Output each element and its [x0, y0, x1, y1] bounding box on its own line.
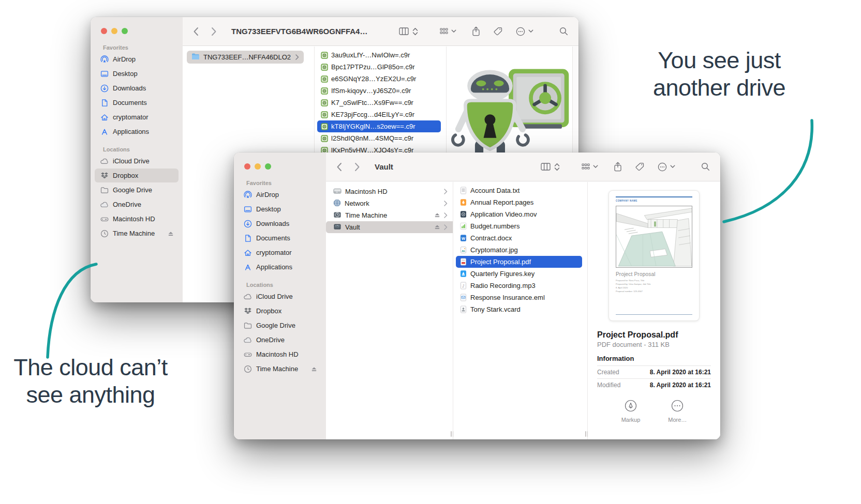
eject-icon[interactable]	[434, 211, 440, 219]
share-icon[interactable]	[472, 26, 480, 36]
file-name: Account Data.txt	[470, 187, 519, 194]
device-row-macintosh-hd[interactable]: Macintosh HD	[326, 186, 453, 197]
sidebar-item-macintosh-hd[interactable]: Macintosh HD	[238, 347, 322, 361]
encrypted-file-row[interactable]: l2ShdIQ8nM…4SMQ==.c9r	[317, 132, 441, 144]
folder-item[interactable]: TNG733EEF…NFFA46DLO2	[187, 51, 304, 64]
search-icon[interactable]	[559, 27, 568, 36]
pdf-file-icon	[459, 258, 467, 266]
encrypted-file-row[interactable]: Bpc17PTPzu…GlP85o=.c9r	[317, 61, 441, 73]
sort-chevrons-icon[interactable]	[412, 27, 418, 36]
sidebar-item-time-machine[interactable]: Time Machine	[95, 226, 179, 240]
vault-file-row[interactable]: Response Insurance.eml	[456, 292, 582, 303]
device-row-time-machine[interactable]: Time Machine	[326, 209, 453, 221]
sidebar-item-label: Google Drive	[113, 186, 152, 194]
sidebar-item-documents[interactable]: Documents	[95, 96, 179, 110]
chevron-down-icon[interactable]	[528, 29, 533, 33]
share-icon[interactable]	[614, 162, 622, 172]
sidebar-item-airdrop[interactable]: AirDrop	[95, 52, 179, 66]
minimize-button[interactable]	[111, 28, 117, 34]
more-icon[interactable]	[516, 27, 525, 36]
sidebar-item-cryptomator[interactable]: cryptomator	[95, 110, 179, 124]
more-icon[interactable]	[658, 162, 667, 172]
encrypted-file-row[interactable]: 3au9uxLfY-…NwIOlw=.c9r	[317, 49, 441, 61]
view-columns-icon[interactable]	[399, 27, 409, 35]
column-resize-handle[interactable]	[451, 431, 455, 437]
vault-file-row[interactable]: WContract.docx	[456, 232, 582, 244]
tag-icon[interactable]	[494, 27, 502, 36]
sidebar-item-desktop[interactable]: Desktop	[238, 202, 322, 216]
chevron-down-icon[interactable]	[670, 165, 675, 169]
eject-icon[interactable]	[434, 223, 440, 231]
sidebar-item-time-machine[interactable]: Time Machine	[238, 362, 322, 376]
encrypted-file-row[interactable]: K7_oSwlFtc…Xs9Fw==.c9r	[317, 97, 441, 109]
sidebar-item-google-drive[interactable]: Google Drive	[95, 183, 179, 197]
key-file-icon	[459, 270, 467, 278]
sort-chevrons-icon[interactable]	[554, 163, 560, 171]
sidebar-item-icloud-drive[interactable]: iCloud Drive	[95, 154, 179, 168]
group-view-icon[interactable]	[440, 28, 448, 35]
sidebar-item-cryptomator[interactable]: cryptomator	[238, 246, 322, 259]
vault-file-row[interactable]: ♪Radio Recording.mp3	[456, 280, 582, 292]
forward-button[interactable]	[211, 27, 217, 36]
device-row-vault[interactable]: Vault	[326, 221, 453, 233]
file-name: 3au9uxLfY-…NwIOlw=.c9r	[331, 51, 410, 59]
file-name: Budget.numbers	[470, 222, 519, 230]
zoom-button[interactable]	[265, 163, 271, 170]
close-button[interactable]	[244, 163, 250, 170]
file-name: Radio Recording.mp3	[470, 282, 536, 289]
view-columns-icon[interactable]	[541, 163, 551, 171]
file-name: l2ShdIQ8nM…4SMQ==.c9r	[331, 134, 413, 142]
txt-file-icon	[459, 187, 467, 194]
vault-file-row[interactable]: Quarterly Figures.key	[456, 268, 582, 280]
back-button[interactable]	[336, 162, 342, 172]
sidebar-item-applications[interactable]: Applications	[95, 125, 179, 139]
sidebar-item-applications[interactable]: Applications	[238, 260, 322, 274]
sidebar-item-icloud-drive[interactable]: iCloud Drive	[238, 289, 322, 303]
search-icon[interactable]	[701, 162, 710, 171]
created-row: Created 8. April 2020 at 16:21	[597, 365, 711, 378]
forward-button[interactable]	[354, 162, 360, 172]
vault-file-row[interactable]: Cryptomator.jpg	[456, 244, 582, 256]
sidebar-item-dropbox[interactable]: Dropbox	[95, 169, 179, 182]
column-devices: Macintosh HDNetworkTime MachineVault	[326, 182, 453, 439]
svg-text:♪: ♪	[462, 284, 465, 288]
numbers-file-icon	[459, 222, 467, 230]
close-button[interactable]	[101, 28, 107, 34]
vault-file-row[interactable]: Tony Stark.vcard	[456, 303, 582, 315]
tag-icon[interactable]	[635, 162, 644, 171]
onedrive-icon	[99, 201, 109, 209]
sidebar-item-airdrop[interactable]: AirDrop	[238, 188, 322, 202]
sidebar-item-downloads[interactable]: Downloads	[95, 81, 179, 95]
more-button[interactable]: More…	[668, 400, 687, 423]
sidebar-item-downloads[interactable]: Downloads	[238, 217, 322, 231]
sidebar-item-desktop[interactable]: Desktop	[95, 67, 179, 81]
encrypted-file-row[interactable]: kT8IjYGKglN…s2oew==.c9r	[317, 120, 441, 132]
column-resize-handle[interactable]	[585, 431, 589, 437]
zoom-button[interactable]	[122, 28, 128, 34]
chevron-down-icon[interactable]	[593, 165, 598, 169]
sidebar-item-onedrive[interactable]: OneDrive	[238, 333, 322, 347]
encrypted-file-row[interactable]: IfSm-kiqoyv…yJ6SZ0=.c9r	[317, 85, 441, 97]
vault-file-row[interactable]: Account Data.txt	[456, 185, 582, 196]
sidebar-item-onedrive[interactable]: OneDrive	[95, 197, 179, 211]
chevron-down-icon[interactable]	[451, 29, 456, 33]
vault-file-row[interactable]: Budget.numbers	[456, 220, 582, 232]
sidebar-item-macintosh-hd[interactable]: Macintosh HD	[95, 212, 179, 226]
group-view-icon[interactable]	[582, 163, 590, 170]
sidebar-item-documents[interactable]: Documents	[238, 231, 322, 245]
vault-file-row[interactable]: Project Proposal.pdf	[456, 256, 582, 268]
encrypted-file-row[interactable]: KE73pjFccg…d4EILyY=.c9r	[317, 109, 441, 120]
sidebar-item-google-drive[interactable]: Google Drive	[238, 318, 322, 332]
sidebar-item-dropbox[interactable]: Dropbox	[238, 304, 322, 318]
back-button[interactable]	[193, 27, 199, 36]
encrypted-file-row[interactable]: e6SGNqY28…YzEX2U=.c9r	[317, 73, 441, 85]
eject-icon[interactable]	[311, 366, 317, 372]
vault-file-row[interactable]: Annual Report.pages	[456, 196, 582, 208]
home-icon	[99, 113, 109, 121]
markup-button[interactable]: Markup	[621, 400, 641, 423]
device-row-network[interactable]: Network	[326, 197, 453, 209]
vault-file-row[interactable]: Application Video.mov	[456, 208, 582, 220]
sidebar-item-label: cryptomator	[113, 113, 149, 121]
minimize-button[interactable]	[255, 163, 261, 170]
eject-icon[interactable]	[168, 231, 174, 236]
